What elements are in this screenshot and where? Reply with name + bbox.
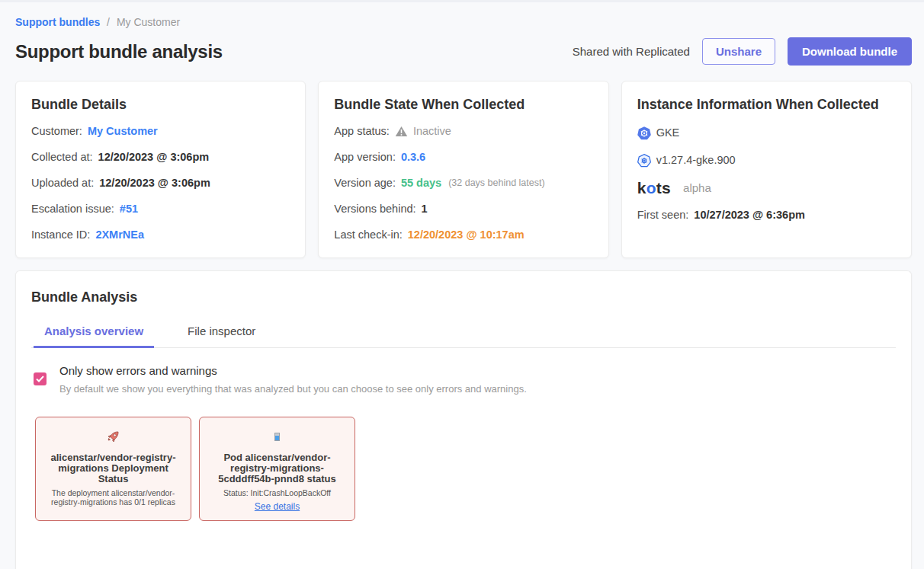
kots-logo-ts: ts (656, 179, 671, 197)
app-status-label: App status: (334, 124, 390, 139)
collected-at-row: Collected at: 12/20/2023 @ 3:06pm (31, 150, 290, 165)
first-seen-value: 10/27/2023 @ 6:36pm (694, 208, 805, 222)
analysis-results-row: alicenstar/vendor-registry-migrations De… (31, 417, 896, 521)
escalation-issue-link[interactable]: #51 (120, 202, 138, 216)
bundle-details-title: Bundle Details (31, 97, 290, 113)
version-age-label: Version age: (334, 176, 396, 190)
versions-behind-row: Versions behind: 1 (334, 202, 592, 216)
deployment-status-result-card[interactable]: alicenstar/vendor-registry-migrations De… (35, 417, 191, 521)
last-checkin-row: Last check-in: 12/20/2023 @ 10:17am (334, 228, 592, 242)
download-bundle-button[interactable]: Download bundle (788, 37, 912, 66)
k8s-version-row: v1.27.4-gke.900 (637, 153, 896, 168)
kots-logo-o: o (646, 179, 656, 197)
distribution-row: GKE (637, 126, 896, 140)
app-version-label: App version: (334, 150, 396, 165)
shared-status-text: Shared with Replicated (573, 45, 690, 58)
version-age-note: (32 days behind latest) (448, 176, 544, 190)
collected-at-label: Collected at: (31, 150, 93, 165)
instance-info-card: Instance Information When Collected GKE … (621, 81, 912, 258)
breadcrumb-support-bundles-link[interactable]: Support bundles (15, 16, 100, 28)
rocket-icon (43, 427, 183, 446)
unshare-button[interactable]: Unshare (702, 38, 775, 65)
info-cards-row: Bundle Details Customer: My Customer Col… (15, 81, 912, 258)
customer-row: Customer: My Customer (31, 124, 290, 139)
instance-info-title: Instance Information When Collected (637, 97, 896, 113)
page-title: Support bundle analysis (15, 41, 223, 62)
errors-warnings-filter: Only show errors and warnings By default… (31, 364, 896, 395)
app-status-value: Inactive (413, 124, 451, 139)
result-message: The deployment alicenstar/vendor-registr… (43, 489, 183, 507)
filter-text-block: Only show errors and warnings By default… (59, 364, 527, 395)
collected-at-value: 12/20/2023 @ 3:06pm (98, 150, 210, 165)
last-checkin-label: Last check-in: (334, 228, 402, 242)
bundle-analysis-panel: Bundle Analysis Analysis overview File i… (15, 270, 912, 569)
version-age-value: 55 days (401, 176, 441, 190)
version-age-row: Version age: 55 days (32 days behind lat… (334, 176, 592, 190)
customer-link[interactable]: My Customer (88, 124, 158, 139)
instance-id-link[interactable]: 2XMrNEa (95, 228, 144, 242)
uploaded-at-value: 12/20/2023 @ 3:06pm (99, 176, 210, 190)
last-checkin-value: 12/20/2023 @ 10:17am (408, 228, 525, 242)
see-details-link[interactable]: See details (255, 501, 300, 512)
app-status-row: App status: Inactive (334, 124, 592, 139)
app-version-row: App version: 0.3.6 (334, 150, 592, 165)
first-seen-label: First seen: (637, 208, 689, 222)
bundle-analysis-title: Bundle Analysis (31, 289, 896, 305)
kots-logo-k: k (637, 179, 646, 197)
versions-behind-label: Versions behind: (334, 202, 415, 216)
bundle-state-card: Bundle State When Collected App status: … (318, 81, 608, 258)
header-actions: Shared with Replicated Unshare Download … (573, 37, 912, 66)
broken-image-icon (207, 427, 347, 446)
instance-id-row: Instance ID: 2XMrNEa (31, 228, 290, 242)
result-title: alicenstar/vendor-registry-migrations De… (43, 452, 183, 484)
k8s-version-value: v1.27.4-gke.900 (656, 153, 736, 168)
uploaded-at-row: Uploaded at: 12/20/2023 @ 3:06pm (31, 176, 290, 190)
gke-icon (637, 126, 651, 140)
customer-label: Customer: (31, 124, 82, 139)
escalation-issue-row: Escalation issue: #51 (31, 202, 290, 216)
kubernetes-icon (637, 154, 651, 168)
check-icon (36, 376, 44, 382)
breadcrumb: Support bundles / My Customer (15, 2, 912, 28)
result-title: Pod alicenstar/vendor-registry-migration… (207, 452, 347, 484)
page-header: Support bundle analysis Shared with Repl… (15, 37, 912, 66)
filter-description: By default we show you everything that w… (59, 383, 527, 395)
errors-warnings-checkbox[interactable] (34, 372, 47, 385)
result-message: Status: Init:CrashLoopBackOff (207, 489, 347, 498)
kots-row: kots alpha (637, 181, 896, 195)
tab-file-inspector[interactable]: File inspector (177, 324, 266, 347)
tab-analysis-overview[interactable]: Analysis overview (34, 324, 154, 347)
warning-triangle-icon (395, 126, 408, 137)
support-bundle-page: Support bundles / My Customer Support bu… (0, 2, 924, 569)
filter-label: Only show errors and warnings (59, 364, 527, 377)
kots-logo: kots (637, 181, 671, 195)
bundle-details-card: Bundle Details Customer: My Customer Col… (15, 81, 306, 258)
analysis-tabs: Analysis overview File inspector (31, 324, 896, 348)
uploaded-at-label: Uploaded at: (31, 176, 94, 190)
breadcrumb-separator: / (107, 16, 110, 28)
pod-status-result-card[interactable]: Pod alicenstar/vendor-registry-migration… (199, 417, 355, 521)
escalation-issue-label: Escalation issue: (31, 202, 114, 216)
bundle-state-title: Bundle State When Collected (334, 97, 592, 113)
app-version-link[interactable]: 0.3.6 (401, 150, 425, 165)
versions-behind-value: 1 (422, 202, 428, 216)
distribution-value: GKE (656, 126, 680, 140)
first-seen-row: First seen: 10/27/2023 @ 6:36pm (637, 208, 896, 222)
instance-id-label: Instance ID: (31, 228, 90, 242)
kots-channel: alpha (683, 181, 711, 195)
breadcrumb-current: My Customer (117, 16, 180, 28)
